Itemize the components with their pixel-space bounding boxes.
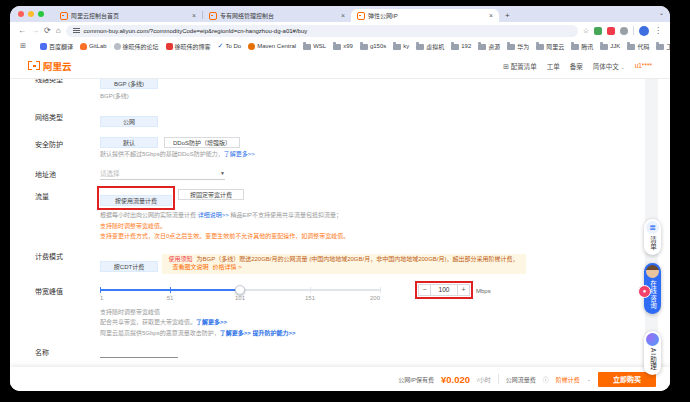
line-type-option-bgp[interactable]: BGP (多线) bbox=[100, 79, 158, 89]
row-name: 名称 bbox=[10, 345, 626, 358]
bookmark-folder[interactable]: g150s bbox=[360, 43, 386, 50]
aliyun-favicon bbox=[60, 12, 68, 20]
home-icon[interactable]: ⌂ bbox=[56, 27, 61, 35]
profile-avatar[interactable] bbox=[639, 26, 649, 36]
traffic-option-fixed-bandwidth[interactable]: 按固定带宽计费 bbox=[178, 189, 244, 200]
folder-icon bbox=[333, 44, 341, 50]
notice-illustration-link[interactable]: 查看图文说明 bbox=[172, 264, 208, 270]
close-tab-icon[interactable]: × bbox=[489, 12, 493, 19]
minimize-window-button[interactable] bbox=[28, 11, 34, 17]
bandwidth-value-input[interactable]: 100 bbox=[430, 285, 458, 295]
stepper-plus-button[interactable]: + bbox=[458, 285, 469, 295]
tune-icon[interactable] bbox=[73, 27, 80, 34]
bookmark-item[interactable]: ✓To Do bbox=[218, 42, 242, 50]
config-list-menu[interactable]: ⊞ 配置清单 bbox=[503, 61, 537, 71]
security-label: 安全防护 bbox=[10, 137, 100, 149]
traffic-lights bbox=[18, 6, 44, 22]
tab-title: 专有网络管理控制台 bbox=[220, 11, 338, 20]
address-bar[interactable]: common-buy.aliyun.com/?commodityCode=eip… bbox=[66, 25, 578, 37]
new-tab-button[interactable]: + bbox=[505, 11, 510, 20]
reload-icon[interactable]: ⟳ bbox=[44, 27, 51, 35]
language-menu[interactable]: 简体中文 ⌄ bbox=[593, 61, 625, 71]
bandwidth-slider-handle[interactable] bbox=[235, 285, 245, 295]
folder-icon bbox=[393, 44, 401, 50]
record-menu[interactable]: 备案 bbox=[570, 61, 583, 71]
url-text: common-buy.aliyun.com/?commodityCode=eip… bbox=[84, 28, 308, 34]
bookmark-item[interactable]: 徐晓伟的论坛 bbox=[114, 42, 159, 51]
learn-more-link[interactable]: 了解更多>> bbox=[224, 151, 255, 157]
bookmark-folder[interactable]: x99 bbox=[333, 43, 353, 50]
tab-console-home[interactable]: 阿里云控制台首页 × bbox=[54, 9, 202, 22]
row-bandwidth: 带宽峰值 bbox=[10, 284, 626, 338]
config-list-widget[interactable]: ≣ 清单 bbox=[644, 219, 661, 255]
learn-more-link[interactable]: 了解更多>> bbox=[196, 319, 227, 325]
folder-icon bbox=[478, 44, 486, 50]
bookmarks-bar: ⊞ 百度翻译 GitLab 徐晓伟的论坛 徐晓伟的博客 ✓To Do Maven… bbox=[10, 39, 670, 54]
bookmark-star-icon[interactable]: ☆ bbox=[583, 27, 589, 34]
address-pool-select[interactable]: 请选择 ▼ bbox=[100, 167, 225, 180]
baidu-favicon bbox=[40, 43, 47, 50]
bookmark-folder[interactable]: 华为 bbox=[507, 42, 529, 51]
bookmark-item[interactable]: 百度翻译 bbox=[40, 42, 73, 51]
back-icon[interactable]: ← bbox=[18, 27, 26, 35]
folder-icon bbox=[571, 44, 579, 50]
detail-link[interactable]: 详细说明>> bbox=[198, 212, 229, 218]
ai-assistant-widget[interactable]: AI助理 bbox=[644, 331, 661, 375]
price-detail-link[interactable]: 价格详情 > bbox=[212, 264, 241, 270]
username[interactable]: u1**** bbox=[635, 62, 652, 69]
bookmark-folder[interactable]: 代码 bbox=[627, 42, 649, 51]
aliyun-logo[interactable]: 阿里云 bbox=[28, 59, 72, 73]
bookmark-folder[interactable]: ky bbox=[393, 43, 409, 50]
bookmark-folder[interactable]: 资源 bbox=[478, 42, 500, 51]
bookmark-item[interactable]: GitLab bbox=[80, 43, 107, 50]
chevron-down-icon[interactable]: ⌄ bbox=[587, 376, 591, 382]
bookmark-folder[interactable]: 虚拟机 bbox=[416, 42, 444, 51]
name-input[interactable] bbox=[100, 347, 178, 358]
bookmark-folder[interactable]: 192 bbox=[451, 43, 471, 50]
traffic-option-usage-billing[interactable]: 按使用流量计费 bbox=[100, 195, 172, 206]
bookmark-folder[interactable]: JJK bbox=[600, 43, 620, 50]
bookmark-folder[interactable]: WSL bbox=[303, 43, 326, 50]
info-icon[interactable]: ⓘ bbox=[543, 375, 549, 384]
learn-more-link[interactable]: 了解更多>> bbox=[220, 330, 251, 336]
tab-vpc-console[interactable]: 专有网络管理控制台 × bbox=[203, 9, 351, 22]
agent-avatar bbox=[646, 265, 659, 278]
usage-notice: 使用须知为BGP（多线）赠送220GB/月的公网流量 (中国内地地域20GB/月… bbox=[162, 254, 526, 274]
zoom-window-button[interactable] bbox=[38, 11, 44, 17]
bookmark-folder[interactable]: 阿里云 bbox=[536, 42, 564, 51]
bandwidth-help-3: 阿里云最高提供5Gbps的恶意流量攻击防护，了解更多>> 提升防护能力>> bbox=[100, 330, 626, 338]
upgrade-protection-link[interactable]: 提升防护能力>> bbox=[252, 330, 295, 336]
extension-icon-red[interactable] bbox=[607, 27, 615, 35]
security-option-ddos[interactable]: DDoS防护（增强版） bbox=[164, 137, 240, 148]
ticket-menu[interactable]: 工单 bbox=[547, 61, 560, 71]
billing-mode-option-cdt[interactable]: 按CDT计费 bbox=[100, 261, 158, 272]
bookmark-folder[interactable]: 工具 bbox=[656, 42, 670, 51]
security-option-default[interactable]: 默认 bbox=[100, 137, 158, 148]
maven-favicon bbox=[248, 43, 255, 50]
online-chat-widget[interactable]: 在线咨询 ● bbox=[644, 263, 661, 314]
menu-kebab-icon[interactable]: ⋮ bbox=[654, 27, 662, 35]
aliyun-buy-page: 阿里云 ⊞ 配置清单 工单 备案 简体中文 ⌄ u1**** 线路类型 BGP … bbox=[10, 53, 670, 391]
traffic-fee-value[interactable]: 阶梯计费 bbox=[556, 375, 580, 384]
bookmark-folder[interactable]: 腾讯 bbox=[571, 42, 593, 51]
footer-divider bbox=[498, 374, 499, 384]
security-caption: 默认提供不超过5Gbps的基础DDoS防护能力，了解更多>> bbox=[100, 151, 626, 159]
bookmark-item[interactable]: 徐晓伟的博客 bbox=[166, 42, 211, 51]
folder-icon bbox=[536, 44, 544, 50]
close-window-button[interactable] bbox=[18, 11, 24, 17]
tab-search-chevron-icon[interactable]: ⌄ bbox=[659, 9, 664, 16]
slider-tick bbox=[100, 287, 101, 293]
extension-icon-green[interactable] bbox=[594, 27, 602, 35]
bandwidth-slider[interactable]: 1 51 101 151 200 bbox=[100, 289, 380, 303]
bookmark-item[interactable]: Maven Central bbox=[248, 43, 296, 50]
apps-grid-icon[interactable]: ⊞ bbox=[20, 42, 26, 50]
close-tab-icon[interactable]: × bbox=[341, 12, 345, 19]
stepper-minus-button[interactable]: − bbox=[419, 285, 430, 295]
tab-eip-active[interactable]: 弹性公网IP × bbox=[351, 9, 499, 22]
network-type-option-public[interactable]: 公网 bbox=[100, 116, 158, 127]
extensions-puzzle-icon[interactable] bbox=[620, 27, 628, 35]
chat-badge-icon[interactable]: ● bbox=[638, 285, 651, 298]
slider-track[interactable] bbox=[100, 289, 380, 291]
forward-icon[interactable]: → bbox=[31, 27, 39, 35]
close-tab-icon[interactable]: × bbox=[192, 12, 196, 19]
